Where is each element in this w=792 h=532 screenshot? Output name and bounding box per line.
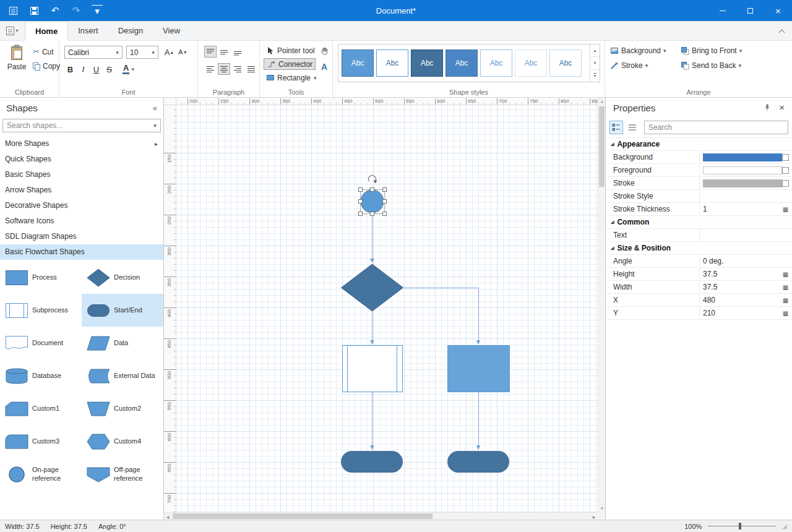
process-shape[interactable] (447, 345, 509, 392)
zoom-slider[interactable] (708, 522, 776, 530)
cut-button[interactable]: ✂ Cut (31, 47, 56, 57)
shape-item-custom3[interactable]: Custom3 (0, 425, 82, 458)
foreground-color-swatch[interactable] (703, 166, 782, 174)
close-panel-icon[interactable]: × (779, 103, 785, 112)
color-picker-button[interactable] (782, 180, 789, 187)
alphabetical-view-button[interactable] (626, 121, 639, 134)
italic-button[interactable]: I (77, 63, 89, 75)
selection-handle[interactable] (371, 212, 374, 215)
underline-button[interactable]: U (90, 63, 102, 75)
circle-shape-selected[interactable] (361, 190, 384, 213)
shape-item-document[interactable]: Document (0, 327, 82, 359)
property-row-height[interactable]: Height 37.5 ▦ (606, 268, 792, 281)
send-to-back-button[interactable]: Send to Back ▾ (681, 61, 741, 70)
shape-style-item[interactable]: Abc (446, 49, 478, 77)
shape-style-item[interactable]: Abc (376, 49, 408, 77)
shape-item-custom2[interactable]: Custom2 (82, 392, 163, 425)
pointer-tool-button[interactable]: Pointer tool (264, 45, 318, 56)
property-row-y[interactable]: Y 210 ▦ (606, 307, 792, 320)
shape-item-custom1[interactable]: Custom1 (0, 392, 82, 425)
properties-search-input[interactable] (645, 123, 788, 132)
tab-view[interactable]: View (153, 21, 190, 40)
tab-design[interactable]: Design (108, 21, 153, 40)
decrease-font-button[interactable]: A▼ (177, 46, 189, 58)
undo-icon[interactable]: ↶ (50, 5, 61, 16)
ribbon-app-button[interactable]: ▾ (0, 21, 25, 40)
pin-icon[interactable] (763, 103, 772, 112)
align-right-button[interactable] (231, 63, 244, 75)
canvas-horizontal-scrollbar[interactable]: ◀ ▶ (164, 512, 598, 520)
toolbar-options-icon[interactable]: ▾ (92, 5, 103, 16)
bring-to-front-button[interactable]: Bring to Front ▾ (681, 46, 742, 55)
rotation-handle[interactable] (369, 176, 377, 184)
redo-icon[interactable]: ↷ (71, 5, 82, 16)
strikethrough-button[interactable]: S (103, 63, 115, 75)
category-decorative-shapes[interactable]: Decorative Shapes (0, 198, 163, 213)
property-row-stroke-thickness[interactable]: Stroke Thickness 1 ▦ (606, 203, 792, 216)
shape-item-off-page-reference[interactable]: Off-page reference (82, 458, 163, 491)
shape-style-item[interactable]: Abc (342, 49, 374, 77)
font-size-combo[interactable]: 10 ▾ (126, 46, 158, 59)
align-left-button[interactable] (204, 63, 217, 75)
tab-insert[interactable]: Insert (68, 21, 108, 40)
property-row-angle[interactable]: Angle 0 deg. (606, 255, 792, 268)
selection-handle[interactable] (382, 187, 386, 191)
subprocess-shape[interactable] (342, 345, 402, 392)
scrollbar-thumb[interactable] (599, 106, 605, 187)
terminator-shape-left[interactable] (341, 451, 403, 473)
color-picker-button[interactable] (782, 154, 789, 161)
caret-down-icon[interactable]: ▾ (150, 122, 160, 129)
copy-button[interactable]: Copy (31, 61, 62, 71)
property-group-appearance[interactable]: ◢ Appearance (606, 138, 792, 151)
selection-handle[interactable] (382, 212, 386, 215)
save-icon[interactable] (28, 5, 40, 16)
ribbon-collapse-icon[interactable] (779, 28, 785, 34)
shape-style-item[interactable]: Abc (515, 49, 547, 77)
selection-handle[interactable] (358, 212, 362, 215)
stroke-color-swatch[interactable] (703, 179, 782, 187)
increase-font-button[interactable]: A▲ (163, 46, 175, 58)
resize-grip-icon[interactable]: ◢ (782, 523, 787, 530)
category-quick-shapes[interactable]: Quick Shapes (0, 152, 163, 167)
scrollbar-thumb[interactable] (173, 513, 433, 519)
shape-item-on-page-reference[interactable]: On-page reference (0, 458, 82, 491)
gallery-scroll-down-icon[interactable]: ▼ (590, 57, 600, 69)
minimize-button[interactable] (708, 0, 736, 21)
shape-item-start-end[interactable]: Start/End (82, 294, 163, 327)
property-value[interactable]: 210 (703, 309, 715, 317)
value-editor-icon[interactable]: ▦ (782, 206, 789, 213)
value-editor-icon[interactable]: ▦ (782, 297, 789, 304)
collapse-panel-icon[interactable]: « (153, 103, 157, 113)
category-more-shapes[interactable]: More Shapes▸ (0, 136, 163, 152)
canvas-vertical-scrollbar[interactable]: ▲ ▼ (598, 98, 605, 512)
property-row-background[interactable]: Background (606, 151, 792, 164)
category-basic-shapes[interactable]: Basic Shapes (0, 167, 163, 182)
align-middle-button[interactable] (218, 46, 230, 58)
justify-button[interactable] (245, 63, 257, 75)
category-software-icons[interactable]: Software Icons (0, 213, 163, 229)
value-editor-icon[interactable]: ▦ (782, 271, 789, 278)
text-tool-button[interactable]: A (318, 61, 330, 73)
scroll-left-icon[interactable]: ◀ (164, 513, 171, 520)
shape-item-process[interactable]: Process (0, 261, 82, 294)
tab-home[interactable]: Home (25, 21, 68, 41)
gallery-scroll-up-icon[interactable]: ▲ (590, 45, 600, 57)
property-group-common[interactable]: ◢ Common (606, 216, 792, 229)
selection-handle[interactable] (358, 187, 362, 191)
shape-item-custom4[interactable]: Custom4 (82, 425, 163, 458)
app-menu-icon[interactable] (7, 5, 19, 16)
gallery-expand-icon[interactable]: ▼ (590, 70, 600, 82)
decision-shape[interactable] (342, 264, 403, 311)
shape-style-item[interactable]: Abc (480, 49, 512, 77)
color-picker-button[interactable] (782, 167, 789, 174)
background-color-swatch[interactable] (703, 153, 782, 161)
zoom-slider-thumb[interactable] (739, 523, 741, 530)
property-row-stroke[interactable]: Stroke (606, 177, 792, 190)
shape-item-data[interactable]: Data (82, 327, 163, 359)
property-value[interactable]: 480 (703, 296, 715, 304)
pan-tool-button[interactable] (318, 45, 330, 57)
selection-handle[interactable] (358, 200, 362, 204)
align-center-button[interactable] (218, 63, 230, 75)
property-value[interactable]: 0 deg. (703, 257, 723, 265)
categorized-view-button[interactable] (609, 121, 623, 134)
